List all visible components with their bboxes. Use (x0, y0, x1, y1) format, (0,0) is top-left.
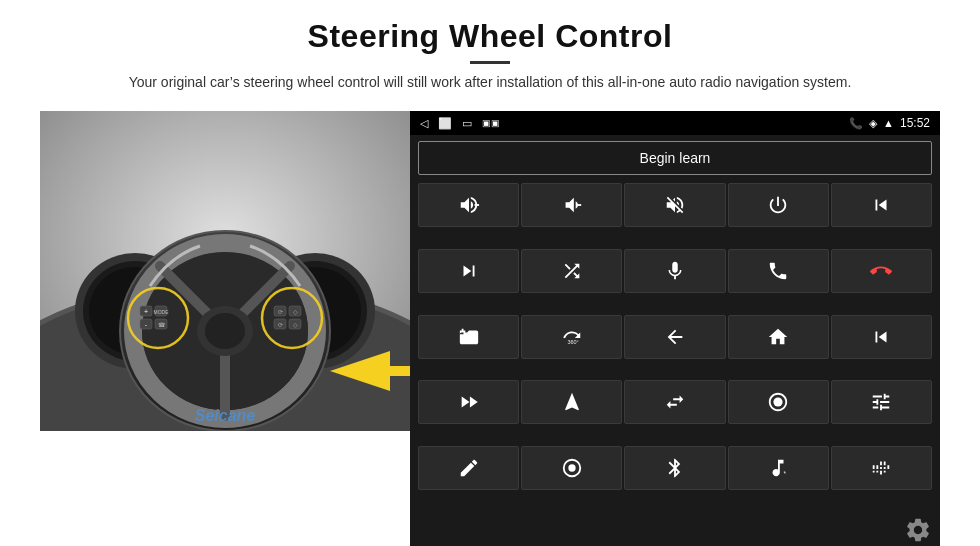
bottom-bar (410, 514, 940, 546)
phone-icon: 📞 (849, 117, 863, 130)
svg-point-47 (568, 465, 575, 472)
swap-button[interactable] (624, 380, 725, 424)
record-button[interactable] (728, 380, 829, 424)
controls-grid: 360° (410, 181, 940, 514)
steering-wheel-image: 60 0 4 (40, 111, 410, 431)
status-right: 📞 ◈ ▲ 15:52 (849, 116, 930, 130)
svg-rect-42 (474, 204, 479, 206)
home-nav-icon[interactable]: ⬜ (438, 117, 452, 130)
svg-text:MODE: MODE (154, 309, 170, 315)
mic-button[interactable] (624, 249, 725, 293)
svg-text:⟳: ⟳ (278, 309, 283, 315)
svg-text:*: * (784, 470, 787, 477)
page-container: Steering Wheel Control Your original car… (0, 0, 980, 546)
title-divider (470, 61, 510, 64)
bluetooth-button[interactable] (624, 446, 725, 490)
vol-up-button[interactable] (418, 183, 519, 227)
power-button[interactable] (728, 183, 829, 227)
phone-button[interactable] (728, 249, 829, 293)
sim-icon: ▣▣ (482, 118, 500, 128)
svg-rect-43 (576, 204, 581, 206)
shuffle-button[interactable] (521, 249, 622, 293)
prev-track-button[interactable] (831, 183, 932, 227)
android-screen: ◁ ⬜ ▭ ▣▣ 📞 ◈ ▲ 15:52 Begin learn (410, 111, 940, 546)
subtitle-text: Your original car’s steering wheel contr… (129, 72, 852, 93)
svg-text:+: + (144, 308, 148, 315)
skip-back-button[interactable] (831, 315, 932, 359)
wave-button[interactable] (831, 446, 932, 490)
svg-text:◇: ◇ (293, 309, 298, 315)
fast-forward-button[interactable] (418, 380, 519, 424)
svg-point-45 (774, 398, 783, 407)
next-track-button[interactable] (418, 249, 519, 293)
vol-down-button[interactable] (521, 183, 622, 227)
content-area: 60 0 4 (40, 111, 940, 546)
nav-icons: ◁ ⬜ ▭ ▣▣ (420, 117, 500, 130)
begin-learn-row: Begin learn (410, 135, 940, 181)
hang-up-button[interactable] (831, 249, 932, 293)
title-section: Steering Wheel Control Your original car… (129, 18, 852, 93)
svg-point-21 (205, 313, 245, 349)
time-display: 15:52 (900, 116, 930, 130)
svg-text:360°: 360° (567, 339, 578, 345)
svg-text:☎: ☎ (158, 322, 166, 328)
home-button[interactable] (728, 315, 829, 359)
music-button[interactable]: * (728, 446, 829, 490)
360-view-button[interactable]: 360° (521, 315, 622, 359)
pen-button[interactable] (418, 446, 519, 490)
back-nav-icon[interactable]: ◁ (420, 117, 428, 130)
page-title: Steering Wheel Control (129, 18, 852, 55)
svg-text:⟳: ⟳ (278, 322, 283, 328)
power2-button[interactable] (521, 446, 622, 490)
vol-mute-button[interactable] (624, 183, 725, 227)
navigate-button[interactable] (521, 380, 622, 424)
signal-icon: ▲ (883, 117, 894, 129)
svg-text:◇: ◇ (293, 322, 298, 328)
status-bar: ◁ ⬜ ▭ ▣▣ 📞 ◈ ▲ 15:52 (410, 111, 940, 135)
equalizer-button[interactable] (831, 380, 932, 424)
svg-text:Seicane: Seicane (195, 407, 256, 424)
wifi-icon: ◈ (869, 117, 877, 130)
camera-button[interactable] (418, 315, 519, 359)
settings-gear-icon[interactable] (904, 516, 932, 544)
back-button[interactable] (624, 315, 725, 359)
begin-learn-button[interactable]: Begin learn (418, 141, 932, 175)
recents-nav-icon[interactable]: ▭ (462, 117, 472, 130)
